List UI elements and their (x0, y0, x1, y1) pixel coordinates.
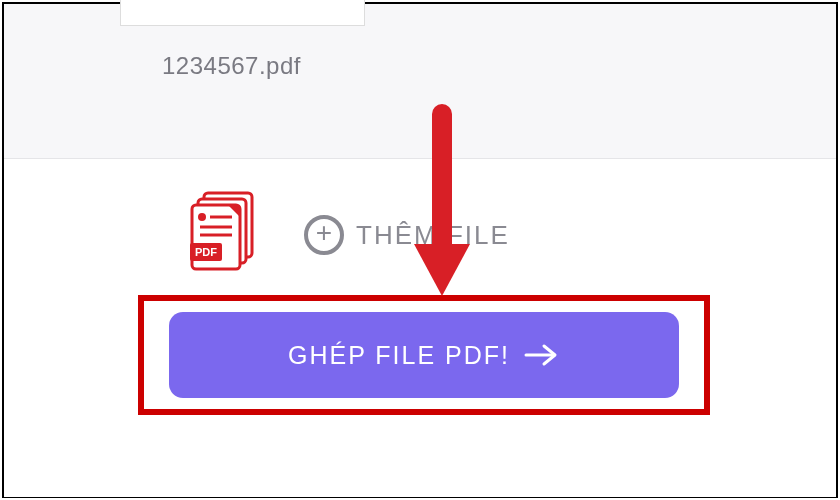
file-name-label: 1234567.pdf (162, 52, 301, 80)
plus-circle-icon (304, 215, 344, 255)
file-thumbnail[interactable] (120, 0, 365, 26)
svg-point-3 (198, 213, 206, 221)
merge-button-label: GHÉP FILE PDF! (288, 341, 510, 370)
pdf-stack-icon: PDF (190, 191, 260, 277)
add-file-button[interactable]: THÊM FILE (304, 215, 510, 255)
svg-text:PDF: PDF (195, 246, 217, 258)
merge-pdf-button[interactable]: GHÉP FILE PDF! (169, 312, 679, 398)
arrow-right-icon (524, 343, 560, 367)
actions-section: PDF THÊM FILE GHÉP FILE PDF! (4, 159, 836, 497)
file-list-section: 1234567.pdf (4, 4, 836, 159)
add-file-label: THÊM FILE (356, 220, 510, 251)
annotation-highlight: GHÉP FILE PDF! (138, 295, 710, 415)
app-frame: 1234567.pdf PDF THÊM FILE GHÉP FIL (2, 2, 838, 498)
